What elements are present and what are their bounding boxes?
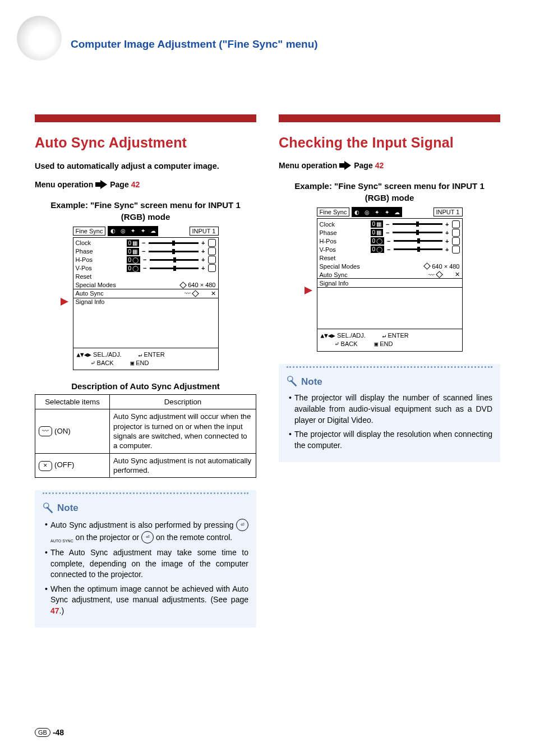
intro-text: Used to automatically adjust a computer … [35, 161, 256, 172]
foot-label: END [136, 359, 149, 366]
table-row: (ON) Auto Sync adjustment will occur whe… [35, 409, 256, 453]
osd-item-label: Phase [76, 248, 125, 255]
tab-icon: ◎ [118, 226, 128, 236]
section-divider [35, 114, 256, 122]
osd-input-label: INPUT 1 [433, 208, 463, 216]
page-label: Page [354, 161, 372, 170]
note-label-text: Note [301, 375, 322, 389]
osd-value: 640 × 480 [432, 263, 459, 270]
note-box-right: Note The projector will display the numb… [279, 364, 500, 463]
end-icon [452, 237, 460, 245]
end-icon [452, 246, 460, 253]
tab-icon: ✦ [138, 226, 148, 236]
osd-item-label: Special Modes [320, 263, 369, 270]
osd-item-label: Auto Sync [320, 271, 369, 278]
osd-header: Fine Sync ◐ ◎ ✦ ✦ ☁ INPUT 1 [317, 207, 463, 217]
page-ref-link[interactable]: 42 [375, 161, 384, 170]
osd-tab-label: Fine Sync [73, 227, 106, 236]
sync-on-icon [39, 426, 52, 436]
sync-icon: ✕ [211, 290, 216, 297]
auto-sync-remote-button-icon: ⏎ [141, 531, 154, 543]
osd-tab-icons: ◐ ◎ ✦ ✦ ☁ [352, 207, 402, 217]
osd-slider [150, 259, 199, 261]
osd-item-label: Special Modes [76, 282, 125, 288]
note-box-left: Note Auto Sync adjustment is also perfor… [35, 490, 256, 628]
osd-row-signal-info: Signal Info [76, 298, 216, 306]
osd-footer: ▲▼◀▶ SEL./ADJ.↵ ENTER ⤶ BACK▣ END [317, 329, 463, 352]
right-column: Checking the Input Signal Menu operation… [279, 114, 500, 628]
item-label: (ON) [54, 427, 71, 435]
text: When the optimum image cannot be achieve… [50, 584, 248, 605]
table-row: (OFF) Auto Sync adjustment is not automa… [35, 453, 256, 478]
btn-sub: AUTO SYNC [50, 538, 73, 542]
example-caption: Example: "Fine Sync" screen menu for INP… [294, 180, 485, 204]
osd-tab-icons: ◐ ◎ ✦ ✦ ☁ [108, 226, 158, 236]
tab-icon: ✦ [372, 207, 382, 217]
osd-screenshot-right: Fine Sync ◐ ◎ ✦ ✦ ☁ INPUT 1 Clock0▦−+ Ph… [317, 207, 463, 352]
osd-body: Clock0▦−+ Phase0▦−+ H-Pos0◯−+ V-Pos0◯−+ … [317, 218, 463, 329]
osd-row-clock: Clock0▦−+ [320, 220, 460, 228]
tab-icon: ✦ [128, 226, 138, 236]
auto-sync-projector-button-icon: ⏎ [236, 519, 248, 531]
osd-value: 640 × 480 [188, 282, 215, 288]
table-header: Description [110, 395, 256, 409]
text: Auto Sync adjustment is also performed b… [50, 520, 234, 529]
foot-label: ENTER [144, 351, 165, 358]
two-column-layout: Auto Sync Adjustment Used to automatical… [35, 114, 500, 628]
foot-label: SEL./ADJ. [93, 351, 122, 358]
osd-input-label: INPUT 1 [190, 227, 219, 236]
diamond-icon [423, 262, 431, 270]
osd-item-label: Reset [76, 273, 125, 280]
osd-item-label: Signal Info [76, 298, 125, 305]
osd-value: 0▦ [127, 239, 140, 247]
tab-icon: ◐ [108, 226, 118, 236]
osd-item-label: Clock [320, 221, 369, 228]
osd-slider [149, 242, 199, 244]
osd-row-signal-info: Signal Info [320, 279, 460, 287]
osd-slider [150, 268, 199, 269]
section-heading: Checking the Input Signal [279, 135, 500, 151]
osd-value: 0◯ [127, 256, 141, 264]
osd-row-special-modes: Special Modes640 × 480 [76, 281, 216, 289]
diamond-icon [436, 271, 443, 278]
text: on the projector or [76, 533, 140, 542]
end-icon [208, 264, 216, 272]
sync-off-icon [39, 461, 52, 471]
page-label: Page [110, 180, 128, 189]
sync-icon: 〰 [185, 290, 191, 297]
page: Computer Image Adjustment ("Fine Sync" m… [0, 0, 535, 756]
osd-slider [393, 232, 443, 233]
sync-icon: 〰 [428, 271, 435, 278]
section-heading: Auto Sync Adjustment [35, 135, 256, 151]
end-icon [452, 229, 460, 237]
page-ref-link[interactable]: 47 [50, 606, 59, 615]
gb-badge: GB [35, 728, 50, 737]
foot-label: ENTER [388, 332, 409, 339]
left-column: Auto Sync Adjustment Used to automatical… [35, 114, 256, 628]
page-ref-link[interactable]: 42 [131, 180, 140, 189]
osd-row-clock: Clock0▦−+ [76, 239, 216, 247]
osd-value: 0▦ [127, 248, 140, 255]
osd-item-label: H-Pos [320, 238, 369, 245]
osd-item-label: V-Pos [320, 246, 369, 253]
osd-row-vpos: V-Pos0◯−+ [76, 264, 216, 273]
osd-screenshot-left: Fine Sync ◐ ◎ ✦ ✦ ☁ INPUT 1 Clock0▦−+ Ph… [73, 226, 219, 371]
highlight-pointer-icon [305, 287, 312, 294]
osd-slider [393, 223, 443, 225]
osd-body: Clock0▦−+ Phase0▦−+ H-Pos0◯−+ V-Pos0◯−+ … [73, 237, 219, 348]
osd-slider [394, 240, 443, 242]
table-header: Selectable items [35, 395, 110, 409]
tab-icon: ☁ [148, 226, 158, 236]
osd-row-special-modes: Special Modes640 × 480 [320, 262, 460, 270]
foot-label: BACK [341, 340, 358, 347]
menu-operation-line: Menu operation Page 42 [35, 180, 256, 189]
table-cell-desc: Auto Sync adjustment will occur when the… [110, 409, 256, 453]
table-header-row: Selectable items Description [35, 395, 256, 409]
note-label-text: Note [57, 501, 79, 515]
osd-header: Fine Sync ◐ ◎ ✦ ✦ ☁ INPUT 1 [73, 226, 219, 236]
osd-row-phase: Phase0▦−+ [76, 247, 216, 256]
osd-item-label: Signal Info [320, 280, 369, 287]
osd-value: 0▦ [371, 229, 384, 236]
sync-icon: ✕ [455, 271, 460, 278]
end-icon [208, 256, 216, 264]
